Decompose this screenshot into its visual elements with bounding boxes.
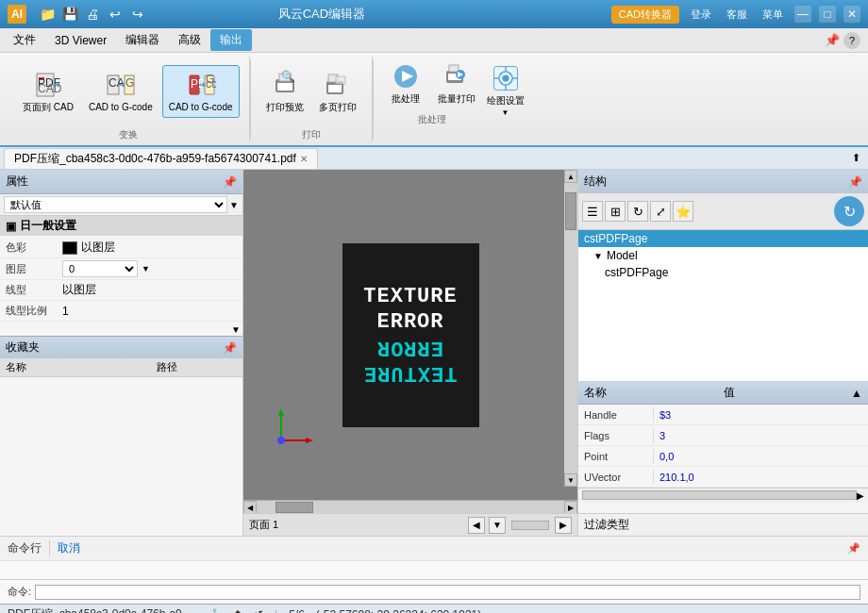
ribbon-group-print: 🔍 打印预览 多页打印 bbox=[251, 57, 373, 141]
doc-tab-main[interactable]: PDF压缩_cba458c3-0d0c-476b-a959-fa56743007… bbox=[4, 148, 318, 169]
page-cad-label: 页面到 CAD bbox=[23, 102, 74, 113]
scroll-thumb-bottom[interactable] bbox=[275, 502, 313, 513]
close-btn[interactable]: ✕ bbox=[843, 6, 860, 23]
general-settings-header: ▣ 日一般设置 bbox=[0, 216, 242, 236]
transform-buttons: PDF CAD 页面到 CAD CAD bbox=[17, 57, 240, 126]
minimize-btn[interactable]: — bbox=[794, 6, 811, 23]
cad-to-gcode1-btn[interactable]: CAD G CAD to G-code bbox=[83, 65, 159, 118]
multi-print-btn[interactable]: 多页打印 bbox=[313, 65, 362, 118]
default-value-select[interactable]: 默认值 bbox=[4, 196, 227, 213]
print-label: 打印 bbox=[302, 128, 321, 141]
cmd-input-label: 命令: bbox=[8, 585, 31, 599]
tree-item-model[interactable]: ▼ Model bbox=[578, 247, 868, 264]
print-preview-btn[interactable]: 🔍 打印预览 bbox=[260, 65, 309, 118]
menu-btn[interactable]: 菜单 bbox=[759, 8, 787, 22]
menu-advanced[interactable]: 高级 bbox=[169, 29, 210, 51]
properties-pin-icon[interactable]: 📌 bbox=[223, 175, 237, 189]
page-prev-btn[interactable]: ◀ bbox=[468, 517, 485, 534]
svg-marker-40 bbox=[278, 408, 284, 416]
model-expand-icon: ▼ bbox=[593, 251, 603, 261]
svg-rect-25 bbox=[449, 65, 459, 72]
doc-tab-close[interactable]: ✕ bbox=[300, 154, 308, 164]
qa-undo-btn[interactable]: ↩ bbox=[106, 5, 125, 24]
pin-icon[interactable]: 📌 bbox=[825, 33, 840, 47]
cad-converter-btn[interactable]: CAD转换器 bbox=[611, 6, 679, 24]
props-scroll-right[interactable]: ▶ bbox=[857, 490, 864, 501]
status-bar: PDF压缩_cba458c3-0d0c-476b-a959-fa5674300.… bbox=[0, 604, 868, 613]
scroll-right-arrow[interactable]: ▶ bbox=[564, 501, 577, 514]
linescale-value: 1 bbox=[62, 305, 69, 318]
status-icon-2: ⬆ bbox=[233, 608, 242, 614]
canvas-area[interactable]: TEXTURE ERROR ERROR TEXTURE ▲ ▼ bbox=[243, 170, 577, 500]
scroll-left-arrow[interactable]: ◀ bbox=[243, 501, 257, 514]
tree-item-cstpdfpage-root[interactable]: cstPDFPage bbox=[578, 230, 868, 247]
batch-btn[interactable]: 批处理 bbox=[383, 57, 428, 109]
favorites-table-header: 名称 路径 bbox=[0, 358, 242, 377]
layer-property-row: 图层 0 ▼ bbox=[0, 258, 242, 280]
left-panel: 属性 📌 默认值 ▼ ▣ 日一般设置 色彩 以图层 bbox=[0, 170, 243, 536]
menu-3dviewer[interactable]: 3D Viewer bbox=[45, 31, 116, 50]
maximize-panel-btn[interactable]: ⬆ bbox=[848, 150, 864, 166]
transform-label: 变换 bbox=[119, 128, 138, 141]
maximize-btn[interactable]: □ bbox=[819, 6, 836, 23]
struct-btn-3[interactable]: ↻ bbox=[627, 201, 648, 222]
ribbon-group-batch: 批处理 批量打印 bbox=[374, 57, 540, 141]
cancel-cmd-btn[interactable]: 取消 bbox=[58, 540, 80, 556]
properties-section: 色彩 以图层 图层 0 ▼ 线型 以图层 bbox=[0, 236, 242, 323]
favorites-title: 收藏夹 bbox=[6, 340, 40, 356]
struct-btn-4[interactable]: ⤢ bbox=[650, 201, 671, 222]
qa-open-btn[interactable]: 📁 bbox=[38, 5, 57, 24]
draw-settings-btn[interactable]: 绘图设置 ▼ bbox=[481, 57, 530, 123]
status-icon-1: ⚓ bbox=[208, 608, 222, 614]
cmd-input-field[interactable] bbox=[35, 585, 860, 600]
menu-file[interactable]: 文件 bbox=[4, 29, 45, 51]
menu-output[interactable]: 输出 bbox=[210, 29, 252, 51]
app-icon: AI bbox=[8, 5, 26, 24]
struct-btn-2[interactable]: ⊞ bbox=[605, 201, 626, 222]
menu-editor[interactable]: 编辑器 bbox=[116, 29, 169, 51]
properties-title: 属性 bbox=[6, 174, 28, 190]
svg-rect-14 bbox=[277, 83, 292, 91]
props-scrollbar[interactable] bbox=[582, 490, 857, 500]
batch-print-btn[interactable]: 批量打印 bbox=[432, 57, 481, 109]
scroll-down-arrow[interactable]: ▼ bbox=[564, 473, 577, 487]
scroll-thumb-right[interactable] bbox=[565, 192, 576, 230]
color-property-row: 色彩 以图层 bbox=[0, 238, 242, 258]
page-down-btn[interactable]: ▼ bbox=[489, 517, 506, 534]
status-icon-3: ↺ bbox=[254, 608, 263, 614]
page-next-btn[interactable]: ▶ bbox=[555, 517, 572, 534]
structure-pin-icon[interactable]: 📌 bbox=[848, 175, 862, 189]
favorites-pin-icon[interactable]: 📌 bbox=[223, 341, 237, 355]
svg-text:G: G bbox=[125, 76, 134, 90]
properties-table: 名称 值 ▲ Handle $3 Flags 3 Point 0,0 UVect… bbox=[578, 381, 868, 513]
help-btn[interactable]: ? bbox=[843, 32, 860, 49]
section-expand-icon[interactable]: ▣ bbox=[6, 220, 16, 233]
service-btn[interactable]: 客服 bbox=[723, 8, 751, 22]
struct-circle-btn[interactable]: ↻ bbox=[834, 196, 864, 226]
canvas-scrollbar-right[interactable]: ▲ ▼ bbox=[564, 170, 577, 487]
props-scroll-up[interactable]: ▲ bbox=[851, 387, 862, 400]
fav-col-path: 路径 bbox=[157, 360, 177, 374]
layer-select[interactable]: 0 bbox=[62, 260, 138, 277]
panel-scroll-down[interactable]: ▼ bbox=[231, 324, 241, 335]
status-filename: PDF压缩_cba458c3-0d0c-476b-a959-fa5674300.… bbox=[8, 606, 196, 613]
page-to-cad-btn[interactable]: PDF CAD 页面到 CAD bbox=[17, 65, 79, 118]
qa-redo-btn[interactable]: ↪ bbox=[128, 5, 147, 24]
page-cad-icon: PDF CAD bbox=[33, 70, 63, 100]
ribbon: PDF CAD 页面到 CAD CAD bbox=[0, 53, 868, 147]
struct-btn-5[interactable]: ⭐ bbox=[673, 201, 693, 222]
cmd-bar-pin[interactable]: 📌 bbox=[847, 542, 860, 555]
structure-toolbar: ☰ ⊞ ↻ ⤢ ⭐ ↻ bbox=[578, 193, 868, 230]
svg-marker-42 bbox=[306, 438, 313, 443]
batch-print-label: 批量打印 bbox=[438, 93, 476, 105]
page-scrollbar[interactable] bbox=[511, 521, 549, 530]
qa-save-btn[interactable]: 💾 bbox=[60, 5, 79, 24]
scroll-up-arrow[interactable]: ▲ bbox=[564, 170, 577, 183]
qa-print-btn[interactable]: 🖨 bbox=[83, 5, 102, 24]
props-row-handle: Handle $3 bbox=[578, 405, 868, 425]
struct-btn-1[interactable]: ☰ bbox=[582, 201, 603, 222]
cad-to-gcode2-btn[interactable]: PDF G code CAD to G-code bbox=[162, 65, 240, 118]
batch-label: 批处理 bbox=[392, 93, 420, 105]
login-btn[interactable]: 登录 bbox=[687, 8, 715, 22]
tree-item-cstpdfpage-child[interactable]: cstPDFPage bbox=[578, 264, 868, 281]
